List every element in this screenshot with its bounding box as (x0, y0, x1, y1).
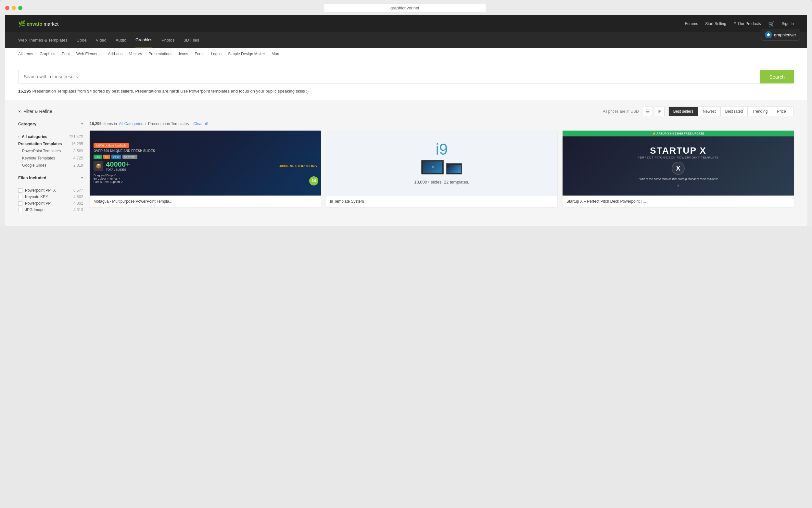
sidebar-presentation-templates[interactable]: Presentation Templates 16,295 (18, 140, 83, 147)
presentation-templates-count: 16,295 (71, 142, 83, 146)
product-card-i9[interactable]: i9 i9 (326, 131, 557, 207)
nav-web-themes[interactable]: Web Themes & Templates (18, 33, 68, 47)
breadcrumb-separator: / (145, 122, 146, 126)
pill-1610: 16:10 (112, 155, 121, 159)
page-heading: Search 16,295 Presentation Templates fro… (5, 60, 807, 100)
subnav-design-maker[interactable]: Simple Design Maker (228, 52, 265, 56)
products-area: 16,295 items in All Categories / Present… (90, 122, 794, 220)
sign-in-link[interactable]: Sign In (782, 22, 794, 26)
sidebar-keynote-templates[interactable]: Keynote Templates 4,725 (18, 155, 83, 162)
startupx-chevron-icon: › (633, 182, 723, 188)
logo-market-text: market (44, 21, 58, 27)
sub-navigation: All Items Graphics Print Web Elements Ad… (5, 48, 807, 60)
nav-graphics[interactable]: Graphics (135, 33, 152, 47)
subnav-fonts[interactable]: Fonts (195, 52, 204, 56)
search-bar: Search (18, 70, 794, 83)
sort-trending[interactable]: Trending (748, 107, 772, 116)
content-layout: Category ▾ ‹ All categories 721,472 Pres… (18, 122, 794, 220)
subnav-web-elements[interactable]: Web Elements (76, 52, 102, 56)
product-card-startupx[interactable]: ⚡ ARTUP X 6.0 | 2019 FREE UPDATE STARTUP… (562, 131, 794, 207)
start-selling-link[interactable]: Start Selling (705, 22, 726, 26)
search-button[interactable]: Search (760, 70, 794, 83)
search-input[interactable] (18, 70, 760, 83)
filter-x[interactable]: × (18, 109, 21, 114)
graphicriver-icon (765, 31, 772, 38)
clear-all-link[interactable]: Clear all (193, 122, 208, 126)
sort-controls: All prices are in USD ☰ ⊞ Best sellers N… (603, 107, 794, 116)
subnav-vectors[interactable]: Vectors (129, 52, 142, 56)
nav-audio[interactable]: Audio (116, 33, 126, 47)
subnav-logos[interactable]: Logos (211, 52, 221, 56)
motagua-header: OVER 600 UNIQUE AND FRESH SLIDES (93, 149, 317, 153)
sort-price[interactable]: Price ↕ (772, 107, 794, 116)
sidebar-all-categories[interactable]: ‹ All categories 721,472 (18, 133, 83, 140)
file-keynote-key[interactable]: Keynote KEY 4,802 (18, 194, 83, 200)
nav-photos[interactable]: Photos (161, 33, 174, 47)
maximize-dot[interactable] (18, 6, 23, 10)
sort-newest[interactable]: Newest (698, 107, 721, 116)
i9-title: i9 Template System (326, 196, 557, 207)
chevron-down-icon: ▾ (81, 122, 83, 126)
filter-label: Filter & Refine (24, 109, 52, 114)
startupx-update-badge: ⚡ ARTUP X 6.0 | 2019 FREE UPDATE (562, 131, 794, 136)
subnav-more[interactable]: More (271, 52, 280, 56)
i9-slides-text: 13,000+ slides. 22 templates. (414, 180, 469, 184)
subnav-all-items[interactable]: All Items (18, 52, 33, 56)
startupx-quote: "This is the same formula that startup f… (633, 177, 723, 181)
close-dot[interactable] (5, 6, 9, 10)
envato-logo[interactable]: 🌿 envato market (18, 20, 58, 27)
nav-video[interactable]: Video (96, 33, 106, 47)
pptx-label: Powerpoint PPTX (25, 188, 56, 193)
nav-3d-files[interactable]: 3D Files (184, 33, 200, 47)
cart-icon[interactable]: 🛒 (768, 21, 775, 27)
items-count-bar: 16,295 items in All Categories / Present… (90, 122, 794, 126)
startupx-thumbnail: ⚡ ARTUP X 6.0 | 2019 FREE UPDATE STARTUP… (562, 131, 794, 196)
logo-envato-text: envato (27, 21, 42, 27)
file-powerpoint-pptx[interactable]: Powerpoint PPTX 8,577 (18, 187, 83, 194)
powerpoint-templates-label: PowerPoint Templates (18, 149, 61, 153)
result-count: 16,295 (18, 89, 31, 93)
subnav-graphics[interactable]: Graphics (40, 52, 55, 56)
address-bar[interactable]: graphicriver.net (324, 4, 486, 12)
subnav-icons[interactable]: Icons (179, 52, 188, 56)
envato-leaf-icon: 🌿 (18, 20, 25, 27)
sidebar-powerpoint-templates[interactable]: PowerPoint Templates 8,569 (18, 147, 83, 155)
graphicriver-badge: graphicriver (761, 29, 800, 41)
sort-best-rated[interactable]: Best rated (721, 107, 748, 116)
file-jpg-image[interactable]: JPG Image 4,313 (18, 207, 83, 213)
our-products-link[interactable]: ⊞ Our Products (733, 22, 761, 26)
nav-code[interactable]: Code (77, 33, 87, 47)
items-count-text: items in (103, 122, 117, 126)
file-powerpoint-ppt[interactable]: Powerpoint PPT 4,802 (18, 200, 83, 207)
graphicriver-text: graphicriver (774, 33, 796, 37)
ppt-checkbox[interactable] (18, 201, 23, 206)
items-count: 16,295 (90, 122, 102, 126)
sort-best-sellers[interactable]: Best sellers (669, 107, 698, 116)
product-card-motagua[interactable]: NEW! Update Available OVER 600 UNIQUE AN… (90, 131, 321, 207)
jpg-checkbox[interactable] (18, 208, 23, 212)
pptx-checkbox[interactable] (18, 188, 23, 193)
breadcrumb-presentation-templates: Presentation Templates (148, 122, 189, 126)
sidebar: Category ▾ ‹ All categories 721,472 Pres… (18, 122, 83, 220)
sidebar-google-slides[interactable]: Google Slides 2,819 (18, 162, 83, 169)
i9-device-mockups: i9 (421, 160, 462, 174)
list-view-button[interactable]: ☰ (643, 107, 653, 116)
key-checkbox[interactable] (18, 195, 23, 199)
key-count: 4,802 (73, 195, 83, 199)
filter-refine-title[interactable]: × Filter & Refine (18, 109, 52, 114)
breadcrumb-all-categories[interactable]: All Categories (119, 122, 143, 126)
motagua-rating: 4.0 (309, 176, 318, 185)
minimize-dot[interactable] (12, 6, 16, 10)
google-slides-label: Google Slides (18, 163, 46, 168)
result-description: 16,295 Presentation Templates from $4 so… (18, 89, 794, 93)
main-content: × Filter & Refine All prices are in USD … (5, 100, 807, 226)
filter-bar: × Filter & Refine All prices are in USD … (18, 107, 794, 116)
keynote-templates-label: Keynote Templates (18, 156, 55, 161)
subnav-add-ons[interactable]: Add-ons (108, 52, 123, 56)
subnav-presentations[interactable]: Presentations (148, 52, 172, 56)
sidebar-category-section: Category ▾ ‹ All categories 721,472 Pres… (18, 122, 83, 169)
forums-link[interactable]: Forums (685, 22, 698, 26)
grid-view-button[interactable]: ⊞ (655, 107, 665, 116)
pill-43: 4:3 (103, 155, 110, 159)
subnav-print[interactable]: Print (62, 52, 70, 56)
